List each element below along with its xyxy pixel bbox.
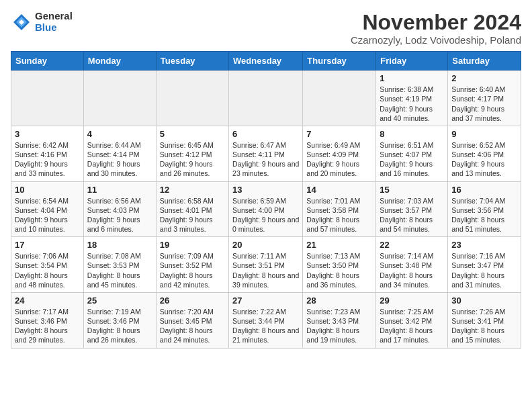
day-info: Sunrise: 7:06 AM Sunset: 3:54 PM Dayligh… [15, 251, 80, 289]
day-number: 19 [160, 240, 225, 250]
day-number: 11 [87, 185, 152, 195]
day-info: Sunrise: 7:08 AM Sunset: 3:53 PM Dayligh… [87, 251, 152, 289]
day-info: Sunrise: 6:44 AM Sunset: 4:14 PM Dayligh… [87, 140, 152, 179]
day-number: 10 [15, 185, 80, 195]
calendar-cell: 2Sunrise: 6:40 AM Sunset: 4:17 PM Daylig… [448, 71, 521, 126]
calendar-cell [11, 71, 84, 126]
day-number: 2 [451, 73, 517, 83]
header-row-days: SundayMondayTuesdayWednesdayThursdayFrid… [11, 52, 521, 71]
calendar-cell: 26Sunrise: 7:20 AM Sunset: 3:45 PM Dayli… [156, 292, 228, 348]
calendar-cell: 10Sunrise: 6:54 AM Sunset: 4:04 PM Dayli… [11, 181, 84, 237]
day-info: Sunrise: 6:45 AM Sunset: 4:12 PM Dayligh… [160, 140, 225, 179]
title-block: November 2024 Czarnozyly, Lodz Voivodesh… [351, 11, 521, 46]
calendar-cell: 30Sunrise: 7:26 AM Sunset: 3:41 PM Dayli… [448, 292, 521, 348]
day-info: Sunrise: 7:25 AM Sunset: 3:42 PM Dayligh… [380, 307, 444, 345]
day-number: 13 [232, 185, 299, 195]
day-number: 3 [15, 129, 80, 139]
calendar-cell: 24Sunrise: 7:17 AM Sunset: 3:46 PM Dayli… [11, 292, 84, 348]
calendar-week-2: 3Sunrise: 6:42 AM Sunset: 4:16 PM Daylig… [11, 126, 521, 181]
day-info: Sunrise: 7:20 AM Sunset: 3:45 PM Dayligh… [160, 307, 225, 345]
day-info: Sunrise: 7:17 AM Sunset: 3:46 PM Dayligh… [15, 307, 80, 345]
header-day-wednesday: Wednesday [229, 52, 303, 71]
calendar-header: SundayMondayTuesdayWednesdayThursdayFrid… [11, 52, 521, 71]
day-number: 22 [380, 240, 444, 250]
day-number: 18 [87, 240, 152, 250]
calendar-cell: 27Sunrise: 7:22 AM Sunset: 3:44 PM Dayli… [229, 292, 303, 348]
day-number: 24 [15, 295, 80, 306]
calendar-week-4: 17Sunrise: 7:06 AM Sunset: 3:54 PM Dayli… [11, 237, 521, 293]
day-number: 15 [380, 185, 444, 195]
day-info: Sunrise: 6:52 AM Sunset: 4:06 PM Dayligh… [451, 140, 517, 179]
header-day-friday: Friday [376, 52, 448, 71]
calendar-week-5: 24Sunrise: 7:17 AM Sunset: 3:46 PM Dayli… [11, 292, 521, 348]
day-number: 1 [380, 73, 444, 83]
day-info: Sunrise: 6:42 AM Sunset: 4:16 PM Dayligh… [15, 140, 80, 179]
day-info: Sunrise: 7:13 AM Sunset: 3:50 PM Dayligh… [306, 251, 372, 289]
day-info: Sunrise: 7:03 AM Sunset: 3:57 PM Dayligh… [380, 196, 444, 234]
logo-icon [11, 11, 32, 33]
calendar-subtitle: Czarnozyly, Lodz Voivodeship, Poland [351, 34, 521, 46]
day-number: 23 [451, 240, 517, 250]
calendar-cell [229, 71, 303, 126]
calendar-cell: 16Sunrise: 7:04 AM Sunset: 3:56 PM Dayli… [448, 181, 521, 237]
calendar-title: November 2024 [351, 11, 521, 34]
day-info: Sunrise: 6:59 AM Sunset: 4:00 PM Dayligh… [232, 196, 299, 234]
day-number: 30 [451, 295, 517, 306]
calendar-cell: 15Sunrise: 7:03 AM Sunset: 3:57 PM Dayli… [376, 181, 448, 237]
calendar-cell: 12Sunrise: 6:58 AM Sunset: 4:01 PM Dayli… [156, 181, 228, 237]
day-number: 27 [232, 295, 299, 306]
day-info: Sunrise: 7:09 AM Sunset: 3:52 PM Dayligh… [160, 251, 225, 289]
day-number: 29 [380, 295, 444, 306]
calendar-week-1: 1Sunrise: 6:38 AM Sunset: 4:19 PM Daylig… [11, 71, 521, 126]
calendar-cell: 23Sunrise: 7:16 AM Sunset: 3:47 PM Dayli… [448, 237, 521, 293]
day-info: Sunrise: 7:04 AM Sunset: 3:56 PM Dayligh… [451, 196, 517, 234]
header-day-monday: Monday [83, 52, 156, 71]
calendar-cell: 14Sunrise: 7:01 AM Sunset: 3:58 PM Dayli… [303, 181, 376, 237]
header-day-tuesday: Tuesday [156, 52, 228, 71]
day-number: 26 [160, 295, 225, 306]
logo-general: General [35, 11, 73, 22]
day-info: Sunrise: 6:47 AM Sunset: 4:11 PM Dayligh… [232, 140, 299, 179]
day-number: 20 [232, 240, 299, 250]
calendar-body: 1Sunrise: 6:38 AM Sunset: 4:19 PM Daylig… [11, 71, 521, 348]
day-info: Sunrise: 6:49 AM Sunset: 4:09 PM Dayligh… [306, 140, 372, 179]
day-number: 9 [451, 129, 517, 139]
logo-blue: Blue [35, 22, 73, 34]
calendar-cell: 28Sunrise: 7:23 AM Sunset: 3:43 PM Dayli… [303, 292, 376, 348]
calendar-cell: 8Sunrise: 6:51 AM Sunset: 4:07 PM Daylig… [376, 126, 448, 181]
day-info: Sunrise: 7:16 AM Sunset: 3:47 PM Dayligh… [451, 251, 517, 289]
calendar-cell: 19Sunrise: 7:09 AM Sunset: 3:52 PM Dayli… [156, 237, 228, 293]
day-info: Sunrise: 6:51 AM Sunset: 4:07 PM Dayligh… [380, 140, 444, 179]
day-number: 12 [160, 185, 225, 195]
calendar-cell: 13Sunrise: 6:59 AM Sunset: 4:00 PM Dayli… [229, 181, 303, 237]
day-info: Sunrise: 6:56 AM Sunset: 4:03 PM Dayligh… [87, 196, 152, 234]
day-number: 28 [306, 295, 372, 306]
calendar-cell: 22Sunrise: 7:14 AM Sunset: 3:48 PM Dayli… [376, 237, 448, 293]
header-day-sunday: Sunday [11, 52, 84, 71]
calendar-cell [83, 71, 156, 126]
calendar-cell: 4Sunrise: 6:44 AM Sunset: 4:14 PM Daylig… [83, 126, 156, 181]
day-info: Sunrise: 7:22 AM Sunset: 3:44 PM Dayligh… [232, 307, 299, 345]
header-row: General Blue November 2024 Czarnozyly, L… [11, 11, 521, 46]
day-info: Sunrise: 7:26 AM Sunset: 3:41 PM Dayligh… [451, 307, 517, 345]
calendar-cell: 6Sunrise: 6:47 AM Sunset: 4:11 PM Daylig… [229, 126, 303, 181]
day-number: 21 [306, 240, 372, 250]
day-info: Sunrise: 7:19 AM Sunset: 3:46 PM Dayligh… [87, 307, 152, 345]
calendar-cell: 18Sunrise: 7:08 AM Sunset: 3:53 PM Dayli… [83, 237, 156, 293]
calendar-cell: 7Sunrise: 6:49 AM Sunset: 4:09 PM Daylig… [303, 126, 376, 181]
calendar-cell: 5Sunrise: 6:45 AM Sunset: 4:12 PM Daylig… [156, 126, 228, 181]
calendar-cell: 9Sunrise: 6:52 AM Sunset: 4:06 PM Daylig… [448, 126, 521, 181]
calendar-cell: 29Sunrise: 7:25 AM Sunset: 3:42 PM Dayli… [376, 292, 448, 348]
calendar-cell: 1Sunrise: 6:38 AM Sunset: 4:19 PM Daylig… [376, 71, 448, 126]
header-day-saturday: Saturday [448, 52, 521, 71]
calendar-cell: 17Sunrise: 7:06 AM Sunset: 3:54 PM Dayli… [11, 237, 84, 293]
day-number: 17 [15, 240, 80, 250]
day-info: Sunrise: 7:14 AM Sunset: 3:48 PM Dayligh… [380, 251, 444, 289]
day-info: Sunrise: 6:54 AM Sunset: 4:04 PM Dayligh… [15, 196, 80, 234]
day-number: 5 [160, 129, 225, 139]
calendar-cell [303, 71, 376, 126]
calendar-cell: 21Sunrise: 7:13 AM Sunset: 3:50 PM Dayli… [303, 237, 376, 293]
day-number: 4 [87, 129, 152, 139]
day-info: Sunrise: 7:11 AM Sunset: 3:51 PM Dayligh… [232, 251, 299, 289]
day-info: Sunrise: 7:23 AM Sunset: 3:43 PM Dayligh… [306, 307, 372, 345]
